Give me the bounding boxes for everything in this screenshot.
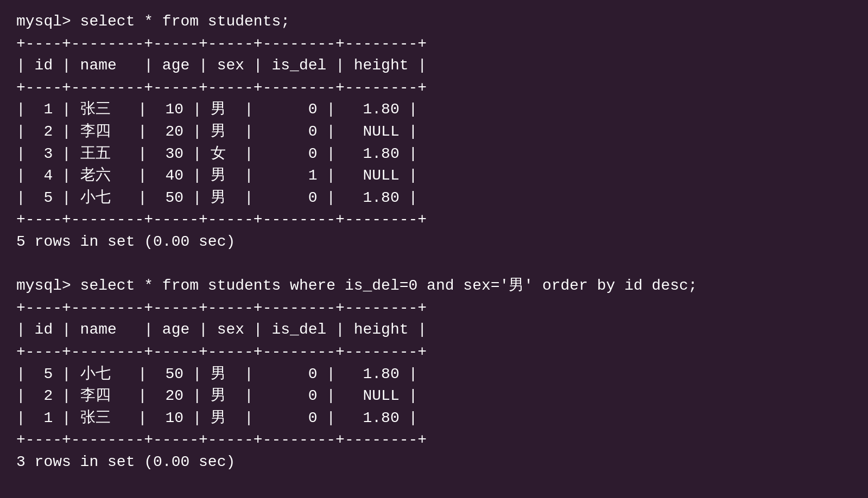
separator-line: +----+--------+-----+-----+--------+----… — [16, 209, 852, 231]
separator-line: +----+--------+-----+-----+--------+----… — [16, 341, 852, 363]
data-row: | 5 | 小七 | 50 | 男 | 0 | 1.80 | — [16, 363, 852, 386]
data-row: | 3 | 王五 | 30 | 女 | 0 | 1.80 | — [16, 143, 852, 165]
blank-line — [16, 473, 852, 495]
prompt-line: mysql> select * from students; — [16, 11, 852, 33]
prompt-with-cursor: mysql> — [16, 495, 852, 498]
separator-line: +----+--------+-----+-----+--------+----… — [16, 297, 852, 320]
separator-line: +----+--------+-----+-----+--------+----… — [16, 429, 852, 451]
data-row: | 2 | 李四 | 20 | 男 | 0 | NULL | — [16, 385, 852, 407]
data-row: | 5 | 小七 | 50 | 男 | 0 | 1.80 | — [16, 187, 852, 209]
header-line: | id | name | age | sex | is_del | heigh… — [16, 319, 852, 341]
terminal-window: mysql> select * from students;+----+----… — [16, 11, 852, 487]
data-row: | 4 | 老六 | 40 | 男 | 1 | NULL | — [16, 165, 852, 187]
data-row: | 1 | 张三 | 10 | 男 | 0 | 1.80 | — [16, 99, 852, 121]
result-info: 5 rows in set (0.00 sec) — [16, 231, 852, 253]
prompt-line: mysql> select * from students where is_d… — [16, 275, 852, 297]
header-line: | id | name | age | sex | is_del | heigh… — [16, 55, 852, 77]
separator-line: +----+--------+-----+-----+--------+----… — [16, 33, 852, 55]
data-row: | 2 | 李四 | 20 | 男 | 0 | NULL | — [16, 121, 852, 143]
blank-line — [16, 253, 852, 276]
separator-line: +----+--------+-----+-----+--------+----… — [16, 77, 852, 99]
result-info: 3 rows in set (0.00 sec) — [16, 451, 852, 474]
data-row: | 1 | 张三 | 10 | 男 | 0 | 1.80 | — [16, 407, 852, 430]
